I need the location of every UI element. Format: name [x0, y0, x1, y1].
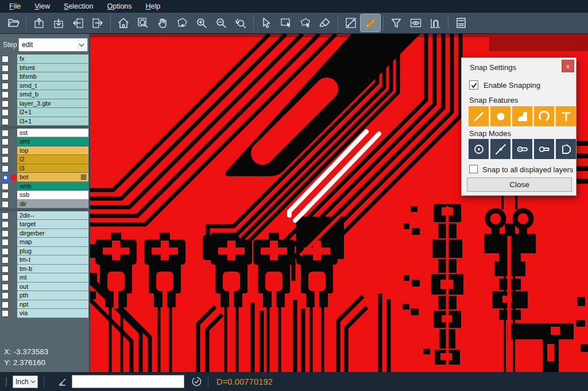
snap-mode-center[interactable]: [469, 139, 489, 159]
tool-view-box[interactable]: [406, 14, 425, 32]
tool-zoom-home[interactable]: [114, 14, 133, 32]
layer-checkbox[interactable]: [2, 284, 9, 291]
layer-row-ssb[interactable]: ssb: [0, 191, 90, 200]
layer-checkbox[interactable]: [2, 230, 9, 237]
snap-feature-surface[interactable]: [512, 106, 532, 126]
layer-checkbox[interactable]: [2, 91, 9, 98]
layer-checkbox[interactable]: [2, 201, 9, 208]
tool-report-panel[interactable]: [451, 14, 471, 32]
layer-checkbox[interactable]: [2, 138, 9, 145]
apply-icon[interactable]: [191, 376, 202, 387]
layer-checkbox[interactable]: [2, 274, 9, 281]
tool-import-right[interactable]: [88, 14, 107, 32]
layer-checkbox[interactable]: [2, 165, 9, 172]
tool-import-bottom[interactable]: [49, 14, 68, 32]
menu-help[interactable]: Help: [139, 1, 168, 11]
menu-file[interactable]: File: [2, 1, 28, 11]
layer-row-tm-b[interactable]: tm-b: [0, 265, 90, 274]
close-button[interactable]: Close: [467, 177, 572, 192]
layer-row-bfsmb[interactable]: bfsmb: [0, 72, 90, 82]
layer-row-target[interactable]: target: [0, 220, 90, 229]
tool-pan-hand[interactable]: [153, 14, 172, 32]
tool-import-top[interactable]: [29, 14, 49, 32]
layer-row-top[interactable]: top: [0, 146, 90, 156]
layer-checkbox[interactable]: [2, 239, 9, 246]
layer-row-l2+1[interactable]: l2+1: [0, 108, 90, 117]
tool-import-left[interactable]: [68, 14, 88, 32]
tool-select-polygon[interactable]: [296, 14, 315, 32]
tool-open-folder[interactable]: [3, 14, 23, 32]
enable-snapping-checkbox[interactable]: [469, 80, 478, 90]
tool-select-pointer[interactable]: [257, 14, 276, 32]
layer-checkbox[interactable]: [2, 221, 9, 228]
snap-mode-pad-outline[interactable]: [534, 139, 554, 159]
layer-row-npt[interactable]: npt: [0, 300, 90, 309]
snap-feature-circle[interactable]: [490, 106, 510, 126]
layer-row-pth[interactable]: pth: [0, 291, 90, 300]
layer-row-dir[interactable]: dir: [0, 200, 90, 209]
layer-row-l3+1[interactable]: l3+1: [0, 117, 90, 126]
tool-select-rectangle[interactable]: [276, 14, 296, 32]
all-layers-checkbox[interactable]: [469, 165, 478, 173]
layer-row-bfsmt[interactable]: bfsmt: [0, 64, 90, 73]
layer-checkbox[interactable]: [2, 292, 9, 299]
tool-zoom-in[interactable]: [192, 14, 211, 32]
layer-checkbox[interactable]: [2, 118, 9, 125]
layer-checkbox[interactable]: [2, 212, 9, 219]
layer-checkbox[interactable]: [2, 109, 9, 116]
layer-checkbox[interactable]: [2, 192, 9, 199]
tool-zoom-previous[interactable]: [231, 14, 250, 32]
snap-feature-line[interactable]: [469, 106, 489, 126]
layer-checkbox[interactable]: [2, 56, 9, 63]
tool-zoom-window[interactable]: [133, 14, 153, 32]
layer-checkbox[interactable]: [2, 310, 9, 317]
snap-feature-text[interactable]: [556, 106, 576, 126]
unit-select[interactable]: Inch: [13, 375, 38, 388]
snap-mode-point-on-line[interactable]: [490, 139, 510, 159]
layer-row-smd_t[interactable]: smd_t: [0, 82, 90, 91]
layer-row-dirgerber[interactable]: dirgerber: [0, 229, 90, 238]
tool-filter[interactable]: [386, 14, 406, 32]
tool-measure-ruler[interactable]: [361, 14, 380, 32]
tool-snap-magnet[interactable]: [425, 14, 445, 32]
layer-checkbox[interactable]: [2, 65, 9, 72]
tool-zoom-polygon[interactable]: [172, 14, 192, 32]
layer-row-mt[interactable]: mt: [0, 273, 90, 282]
menu-view[interactable]: View: [28, 1, 57, 11]
layer-row-out[interactable]: out: [0, 282, 90, 292]
step-dropdown[interactable]: edit: [18, 38, 88, 52]
layer-checkbox[interactable]: [2, 257, 9, 264]
layer-row-smt[interactable]: smt: [0, 137, 90, 146]
layer-checkbox[interactable]: [2, 248, 9, 255]
layer-checkbox[interactable]: [2, 183, 9, 190]
layer-row-map[interactable]: map: [0, 238, 90, 247]
layer-row-sst[interactable]: sst: [0, 129, 90, 138]
snap-mode-pad-center[interactable]: [512, 139, 532, 159]
layer-checkbox[interactable]: [2, 73, 9, 80]
layer-checkbox[interactable]: [2, 100, 9, 107]
layer-row-fx[interactable]: fx: [0, 55, 90, 64]
layer-checkbox[interactable]: [2, 301, 9, 308]
layer-row-smb[interactable]: smb: [0, 182, 90, 191]
tool-paint-brush[interactable]: [315, 14, 335, 32]
layer-row-l2[interactable]: l2: [0, 155, 90, 164]
layer-checkbox[interactable]: [2, 174, 10, 182]
chevron-down-icon[interactable]: [76, 39, 87, 51]
command-input[interactable]: [72, 375, 184, 388]
layer-row-2dir--[interactable]: 2dir--: [0, 211, 90, 220]
layer-checkbox[interactable]: [2, 266, 9, 273]
layer-row-l3[interactable]: l3: [0, 164, 90, 173]
close-icon[interactable]: x: [562, 60, 574, 72]
snap-feature-arc[interactable]: [534, 106, 554, 126]
angle-icon[interactable]: [57, 376, 68, 388]
layer-checkbox[interactable]: [2, 156, 9, 163]
layer-row-bot[interactable]: bot: [0, 173, 90, 182]
layer-row-plug[interactable]: plug: [0, 247, 90, 256]
layer-checkbox[interactable]: [2, 148, 9, 154]
layer-checkbox[interactable]: [2, 130, 9, 137]
layer-row-tm-t[interactable]: tm-t: [0, 255, 90, 265]
layer-row-via[interactable]: via: [0, 309, 90, 318]
layer-row-layer_3.gbr[interactable]: layer_3.gbr: [0, 99, 90, 109]
snap-mode-polygon-corner[interactable]: [556, 139, 576, 159]
layer-checkbox[interactable]: [2, 83, 9, 90]
